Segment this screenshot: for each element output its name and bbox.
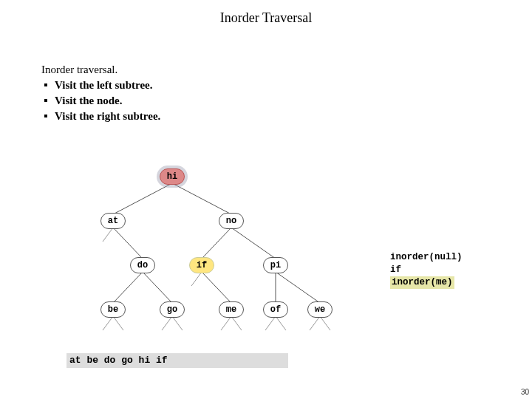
svg-line-7 — [202, 272, 231, 303]
svg-line-3 — [202, 228, 231, 259]
svg-line-2 — [113, 228, 143, 259]
svg-line-0 — [113, 183, 172, 214]
code-callstack: inorder(null) if inorder(me) — [390, 251, 463, 289]
svg-line-6 — [143, 272, 172, 303]
svg-line-4 — [231, 228, 276, 259]
code-line: if — [390, 264, 463, 276]
svg-line-21 — [320, 316, 330, 330]
svg-line-17 — [231, 316, 242, 330]
tree-edges — [0, 0, 532, 399]
svg-line-19 — [276, 316, 286, 330]
output-sequence: at be do go hi if — [69, 355, 168, 366]
svg-line-9 — [276, 272, 320, 303]
svg-line-13 — [162, 316, 172, 330]
svg-line-5 — [113, 272, 143, 303]
code-line: inorder(null) — [390, 251, 463, 264]
svg-line-20 — [310, 316, 320, 330]
svg-line-18 — [265, 316, 276, 330]
svg-line-14 — [172, 316, 183, 330]
code-line: inorder(me) — [390, 276, 463, 289]
svg-line-16 — [221, 316, 231, 330]
svg-line-1 — [172, 183, 231, 214]
svg-line-12 — [113, 316, 123, 330]
page-number: 30 — [521, 388, 529, 396]
svg-line-15 — [191, 272, 202, 286]
svg-line-10 — [103, 228, 113, 242]
svg-line-11 — [103, 316, 113, 330]
